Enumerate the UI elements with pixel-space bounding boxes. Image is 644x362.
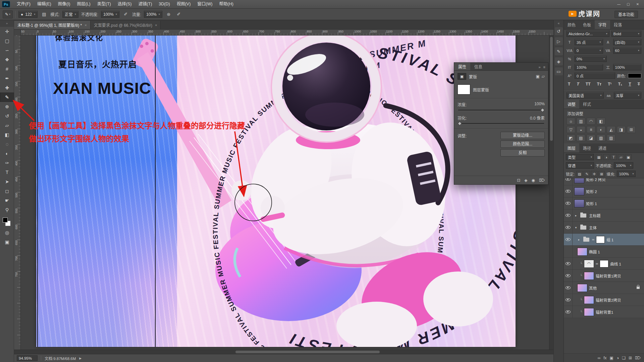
- leading-select[interactable]: (自动)▾: [613, 39, 642, 45]
- lasso-tool[interactable]: ∽: [0, 46, 14, 55]
- kerning-select[interactable]: 0▾: [575, 47, 603, 54]
- layer-row[interactable]: 其他: [564, 282, 644, 294]
- menu-文件(F)[interactable]: 文件(F): [13, 0, 34, 8]
- blur-tool[interactable]: ◌: [0, 139, 14, 149]
- menu-视图(V)[interactable]: 视图(V): [173, 0, 194, 8]
- zoom-tool[interactable]: ⚲: [0, 205, 14, 215]
- menu-滤镜(T)[interactable]: 滤镜(T): [135, 0, 155, 8]
- tab-properties[interactable]: 属性: [454, 63, 470, 70]
- document-tab[interactable]: 文案要求.psd @ 66.7%(RGB/8#)×: [91, 21, 161, 29]
- eye-toggle[interactable]: [564, 197, 573, 209]
- filter-shape-icon[interactable]: ▱: [618, 154, 624, 160]
- layer-row[interactable]: └辐射背景1拷贝: [564, 270, 644, 282]
- filter-pixel-icon[interactable]: ▦: [596, 154, 602, 160]
- selection-from-mask-icon[interactable]: ⊡: [517, 178, 520, 183]
- airbrush-icon[interactable]: ⊛: [165, 11, 172, 18]
- eye-toggle[interactable]: [564, 294, 573, 306]
- shape-tool[interactable]: ◻: [0, 186, 14, 196]
- invert-button[interactable]: 反相: [500, 149, 545, 157]
- foreground-color-swatch[interactable]: [3, 218, 8, 223]
- photo-filter-icon[interactable]: ◭: [607, 126, 615, 133]
- delete-mask-icon[interactable]: ⌦: [539, 178, 545, 183]
- menu-编辑(E)[interactable]: 编辑(E): [34, 0, 55, 8]
- underline-icon[interactable]: T: [629, 82, 631, 86]
- threshold-icon[interactable]: ◪: [587, 134, 595, 141]
- eye-toggle[interactable]: [564, 185, 573, 197]
- layer-filter-kind-select[interactable]: 类型▾: [566, 154, 594, 160]
- eye-toggle[interactable]: [564, 209, 573, 221]
- new-adjustment-icon[interactable]: ◑: [616, 356, 619, 360]
- quick-selection-tool[interactable]: ❖: [0, 55, 14, 64]
- subscript-icon[interactable]: T₁: [618, 82, 622, 86]
- add-mask-icon[interactable]: ▣: [610, 356, 613, 360]
- tab-adjustments[interactable]: 调整: [564, 100, 579, 109]
- add-pixel-mask-icon[interactable]: ▣: [536, 74, 539, 79]
- mask-edge-button[interactable]: 蒙版边缘...: [500, 132, 545, 139]
- faux-bold-icon[interactable]: T: [568, 82, 570, 86]
- channel-mixer-icon[interactable]: ◨: [617, 126, 626, 133]
- vibrance-icon[interactable]: ▽: [567, 126, 575, 133]
- status-play-icon[interactable]: ▶: [79, 357, 82, 360]
- tab-character[interactable]: 字符: [595, 20, 610, 29]
- toolbox-collapse-icon[interactable]: »: [0, 20, 14, 27]
- tab-close-icon[interactable]: ×: [155, 23, 157, 27]
- feather-slider[interactable]: 羽化: 0.0 像素: [454, 114, 548, 127]
- scrollbar-thumb[interactable]: [235, 351, 380, 353]
- lock-pixels-icon[interactable]: ✎: [584, 171, 590, 177]
- vertical-scale-field[interactable]: 100%: [575, 64, 603, 70]
- layer-row[interactable]: 矩形 1: [564, 197, 644, 209]
- faux-italic-icon[interactable]: T: [577, 82, 579, 86]
- eyedropper-tool[interactable]: ✒: [0, 74, 14, 83]
- tab-color[interactable]: 颜色: [564, 20, 579, 29]
- marquee-tool[interactable]: ▢: [0, 36, 14, 46]
- delete-layer-icon[interactable]: ⌦: [635, 356, 641, 360]
- brush-panel-toggle-icon[interactable]: ▤: [40, 11, 48, 18]
- dodge-tool[interactable]: ◐: [0, 149, 14, 158]
- tab-swatches[interactable]: 色板: [579, 20, 595, 29]
- add-vector-mask-icon[interactable]: ▱: [542, 74, 545, 79]
- slider-handle[interactable]: [458, 121, 462, 126]
- quick-mask-button[interactable]: ◎: [0, 228, 14, 237]
- eye-toggle[interactable]: [564, 222, 573, 233]
- layer-row[interactable]: └辐射背景1: [564, 306, 644, 318]
- menu-类型(T)[interactable]: 类型(T): [94, 0, 114, 8]
- exposure-icon[interactable]: ◧: [597, 118, 605, 125]
- eye-toggle[interactable]: [564, 178, 573, 185]
- history-brush-tool[interactable]: ↺: [0, 111, 14, 121]
- document-tab[interactable]: 未标题-1 @ 95%(组 1, 图层蒙版/8) *×: [14, 21, 91, 29]
- layer-fill-field[interactable]: 100%▾: [617, 171, 636, 177]
- maximize-button[interactable]: ▢: [624, 2, 633, 7]
- blend-mode-select[interactable]: 正常 ▾: [62, 11, 78, 18]
- tab-styles[interactable]: 样式: [579, 100, 595, 109]
- all-caps-icon[interactable]: TT: [586, 82, 591, 86]
- font-family-select[interactable]: Akzidenz-Gr...▾: [567, 31, 609, 37]
- lock-all-icon[interactable]: ⊠: [598, 171, 605, 177]
- tab-layers[interactable]: 图层: [564, 143, 579, 153]
- menu-3D(D)[interactable]: 3D(D): [155, 0, 173, 8]
- eye-toggle[interactable]: [564, 282, 573, 294]
- posterize-icon[interactable]: ▤: [577, 134, 585, 141]
- color-range-button[interactable]: 颜色范围...: [500, 140, 545, 148]
- slider-handle[interactable]: [540, 108, 545, 112]
- group-toggle-icon[interactable]: ▸: [574, 214, 578, 217]
- layer-row[interactable]: 矩形 2: [564, 185, 644, 197]
- eye-toggle[interactable]: [564, 234, 573, 245]
- expand-panels-icon[interactable]: «: [558, 20, 560, 26]
- pen-tool[interactable]: ✑: [0, 158, 14, 168]
- eye-toggle[interactable]: [564, 270, 573, 282]
- brush-presets-panel-icon[interactable]: ✎: [555, 47, 563, 55]
- layer-row[interactable]: 矩形 2 拷贝: [564, 178, 644, 185]
- layer-row[interactable]: └◠∞曲线 1: [564, 258, 644, 270]
- path-selection-tool[interactable]: ➤: [0, 177, 14, 186]
- superscript-icon[interactable]: T¹: [608, 82, 611, 86]
- pressure-opacity-icon[interactable]: ✐: [122, 11, 129, 18]
- brush-size-picker[interactable]: ● 122 ▾: [18, 11, 38, 18]
- menu-窗口(W)[interactable]: 窗口(W): [194, 0, 216, 8]
- font-style-select[interactable]: Bold▾: [611, 31, 641, 37]
- layer-row[interactable]: └辐射背景2拷贝: [564, 294, 644, 306]
- timeline-panel-icon[interactable]: ▭: [555, 67, 563, 75]
- eraser-tool[interactable]: ▱: [0, 121, 14, 130]
- brightness-contrast-icon[interactable]: ☼: [567, 118, 575, 125]
- layer-opacity-field[interactable]: 100%▾: [614, 162, 633, 169]
- pressure-size-icon[interactable]: ✐: [175, 11, 182, 18]
